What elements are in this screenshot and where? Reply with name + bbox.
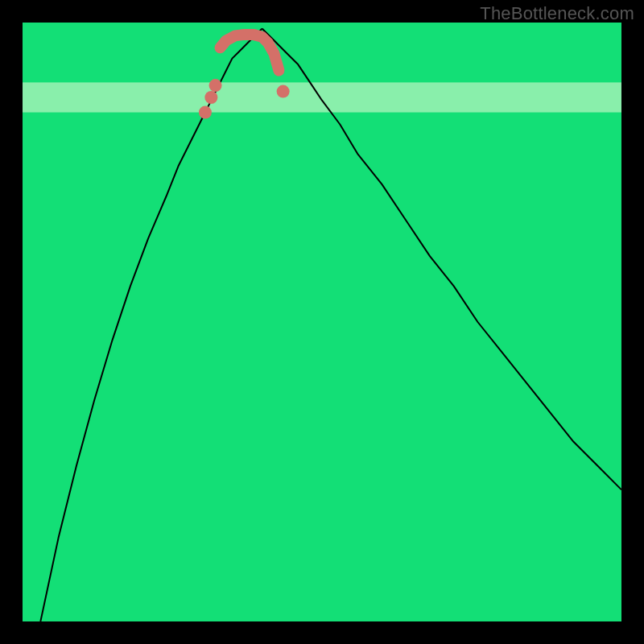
dot-left-dots-1 [204,91,217,104]
chart-canvas [23,23,621,621]
watermark-text: TheBottleneck.com [480,3,634,24]
dot-left-dots-2 [209,79,222,92]
chart-frame: TheBottleneck.com [0,0,644,644]
dot-left-dots-0 [199,106,212,119]
pale-band [23,82,621,112]
plot-area [23,23,621,621]
dot-right-arc-top-dot-0 [277,85,290,98]
